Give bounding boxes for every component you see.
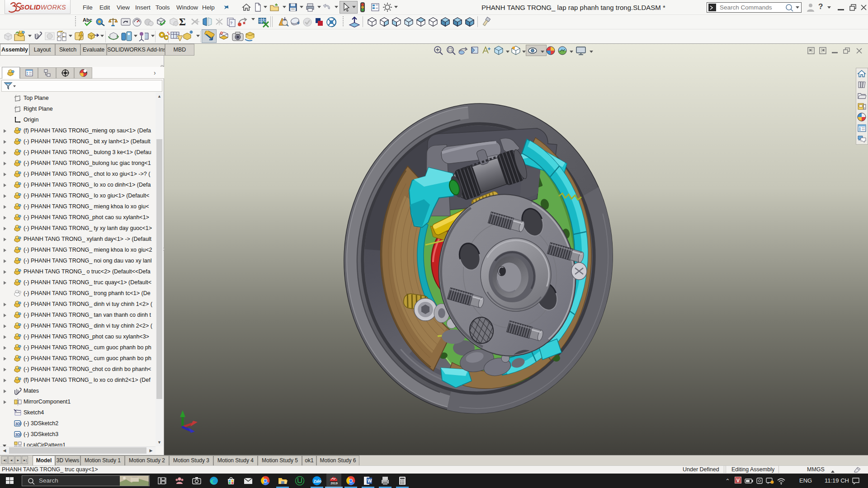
svg-text:3D: 3D [15,432,20,437]
svg-text:Zalo: Zalo [314,479,321,483]
svg-text:2019: 2019 [330,482,338,485]
svg-text:W: W [368,479,372,483]
svg-text:3D: 3D [15,422,20,426]
svg-text:?: ? [230,21,232,25]
